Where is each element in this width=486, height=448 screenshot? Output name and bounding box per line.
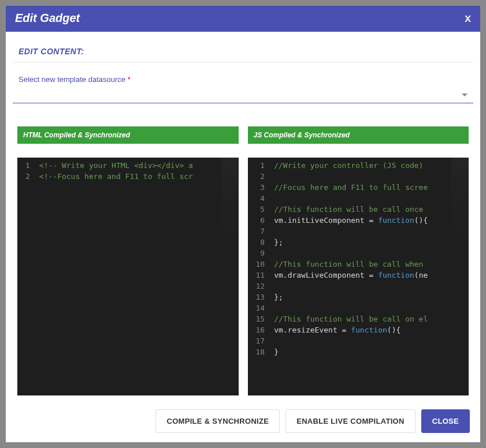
datasource-label: Select new template datasource *	[13, 75, 473, 84]
datasource-select[interactable]	[13, 87, 473, 103]
modal-title: Edit Gadget	[15, 12, 80, 25]
html-editor-column: HTML Compiled & Synchronized 1 2 <!-- Wr…	[17, 126, 239, 395]
enable-live-compilation-button[interactable]: ENABLE LIVE COMPILATION	[285, 409, 415, 433]
html-minimap[interactable]	[221, 158, 239, 395]
js-code-editor[interactable]: 1 2 3 4 5 6 7 8 9 10 11 12 13 14 15 16 1…	[248, 158, 469, 395]
html-code-editor[interactable]: 1 2 <!-- Write your HTML <div></div> a<!…	[17, 158, 239, 395]
editors-row: HTML Compiled & Synchronized 1 2 <!-- Wr…	[13, 126, 473, 395]
datasource-label-text: Select new template datasource	[18, 75, 125, 84]
modal-header: Edit Gadget x	[6, 6, 480, 32]
section-label: EDIT CONTENT:	[13, 43, 473, 62]
modal-footer: COMPILE & SYNCHRONIZE ENABLE LIVE COMPIL…	[6, 401, 480, 442]
html-code-lines[interactable]: <!-- Write your HTML <div></div> a<!--Fo…	[36, 158, 221, 395]
datasource-field: Select new template datasource *	[13, 62, 473, 103]
modal-body: EDIT CONTENT: Select new template dataso…	[6, 32, 480, 401]
js-minimap[interactable]	[451, 158, 469, 395]
html-gutter: 1 2	[17, 158, 36, 395]
edit-gadget-modal: Edit Gadget x EDIT CONTENT: Select new t…	[6, 6, 480, 442]
close-button[interactable]: CLOSE	[421, 409, 470, 433]
chevron-down-icon	[462, 94, 468, 96]
js-code-lines[interactable]: //Write your controller (JS code) //Focu…	[270, 158, 451, 395]
datasource-input[interactable]	[18, 91, 462, 100]
html-badge: HTML Compiled & Synchronized	[17, 126, 239, 144]
js-badge: JS Compiled & Synchronized	[248, 126, 469, 144]
compile-synchronize-button[interactable]: COMPILE & SYNCHRONIZE	[155, 409, 280, 433]
js-gutter: 1 2 3 4 5 6 7 8 9 10 11 12 13 14 15 16 1…	[248, 158, 271, 395]
js-editor-column: JS Compiled & Synchronized 1 2 3 4 5 6 7…	[248, 126, 469, 395]
close-icon[interactable]: x	[465, 12, 471, 25]
required-mark: *	[128, 75, 131, 84]
